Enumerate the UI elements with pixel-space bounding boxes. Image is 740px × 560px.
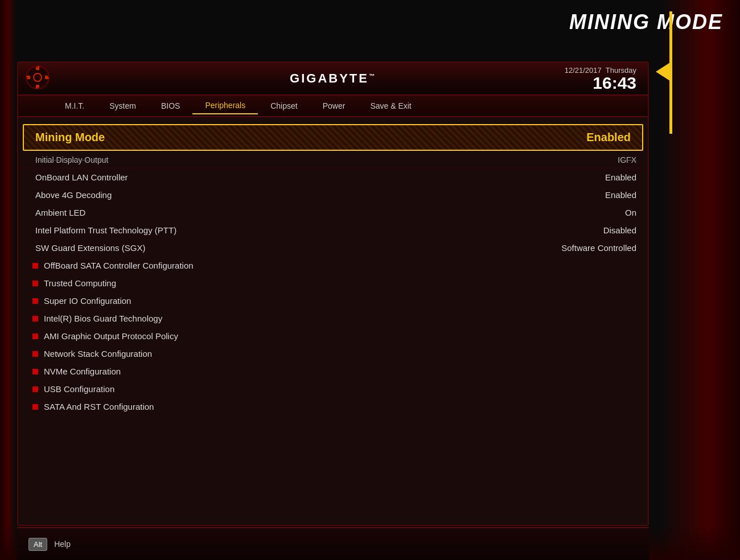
right-edge-decoration bbox=[660, 0, 740, 560]
yellow-arrow-decoration bbox=[656, 61, 672, 82]
ambient-led-value: On bbox=[625, 208, 636, 217]
onboard-lan-row[interactable]: OnBoard LAN Controller Enabled bbox=[18, 168, 648, 186]
datetime-display: 12/21/2017 Thursday 16:43 bbox=[565, 66, 636, 92]
red-bullet-icon bbox=[32, 404, 38, 410]
initial-display-row[interactable]: Initial Display Output IGFX bbox=[18, 152, 648, 168]
nvme-config-row[interactable]: NVMe Configuration bbox=[18, 363, 648, 380]
tab-save-exit[interactable]: Save & Exit bbox=[357, 98, 424, 114]
ami-graphic-label: AMI Graphic Output Protocol Policy bbox=[44, 331, 178, 341]
initial-display-label: Initial Display Output bbox=[35, 155, 108, 164]
above4g-row[interactable]: Above 4G Decoding Enabled bbox=[18, 186, 648, 204]
above4g-value: Enabled bbox=[605, 190, 636, 200]
nvme-config-label: NVMe Configuration bbox=[44, 367, 121, 376]
ptt-value: Disabled bbox=[603, 225, 636, 235]
red-bullet-icon bbox=[32, 316, 38, 322]
initial-display-value: IGFX bbox=[618, 155, 636, 164]
offboard-sata-row[interactable]: OffBoard SATA Controller Configuration bbox=[18, 257, 648, 274]
sata-rst-label: SATA And RST Configuration bbox=[44, 402, 154, 411]
red-bullet-icon bbox=[32, 351, 38, 357]
mining-mode-row[interactable]: Mining Mode Enabled bbox=[23, 124, 643, 151]
tab-peripherals[interactable]: Peripherals bbox=[192, 97, 258, 114]
gigabyte-logo: GIGABYTE™ bbox=[290, 71, 376, 86]
red-bullet-icon bbox=[32, 333, 38, 339]
svg-point-1 bbox=[34, 73, 42, 81]
trusted-computing-label: Trusted Computing bbox=[44, 278, 116, 288]
sgx-row[interactable]: SW Guard Extensions (SGX) Software Contr… bbox=[18, 239, 648, 257]
intel-bios-guard-row[interactable]: Intel(R) Bios Guard Technology bbox=[18, 310, 648, 327]
red-bullet-icon bbox=[32, 369, 38, 374]
red-bullet-icon bbox=[32, 281, 38, 286]
content-area: Mining Mode Enabled Initial Display Outp… bbox=[18, 117, 648, 422]
tab-power[interactable]: Power bbox=[310, 98, 358, 114]
trusted-computing-row[interactable]: Trusted Computing bbox=[18, 274, 648, 292]
tab-chipset[interactable]: Chipset bbox=[258, 98, 310, 114]
sgx-label: SW Guard Extensions (SGX) bbox=[35, 243, 145, 253]
offboard-sata-label: OffBoard SATA Controller Configuration bbox=[44, 261, 194, 270]
ambient-led-label: Ambient LED bbox=[35, 208, 85, 217]
ptt-row[interactable]: Intel Platform Trust Technology (PTT) Di… bbox=[18, 221, 648, 239]
tab-mit[interactable]: M.I.T. bbox=[52, 98, 97, 114]
mining-mode-label: Mining Mode bbox=[35, 131, 105, 144]
ambient-led-row[interactable]: Ambient LED On bbox=[18, 204, 648, 221]
sgx-value: Software Controlled bbox=[561, 243, 636, 253]
tab-bios[interactable]: BIOS bbox=[149, 98, 192, 114]
network-stack-row[interactable]: Network Stack Configuration bbox=[18, 345, 648, 363]
sata-rst-row[interactable]: SATA And RST Configuration bbox=[18, 398, 648, 415]
tab-system[interactable]: System bbox=[97, 98, 149, 114]
bottom-bar: Alt Help bbox=[17, 527, 649, 560]
ami-graphic-row[interactable]: AMI Graphic Output Protocol Policy bbox=[18, 327, 648, 345]
mining-mode-value: Enabled bbox=[586, 131, 631, 144]
time-display: 16:43 bbox=[565, 75, 636, 92]
gear-icon bbox=[25, 65, 50, 90]
intel-bios-guard-label: Intel(R) Bios Guard Technology bbox=[44, 314, 162, 323]
page-title: MINING MODE bbox=[569, 10, 723, 34]
gear-area bbox=[25, 65, 50, 92]
red-bullet-icon bbox=[32, 386, 38, 392]
nav-tabs: M.I.T. System BIOS Peripherals Chipset P… bbox=[18, 96, 648, 117]
help-text: Help bbox=[54, 540, 71, 549]
network-stack-label: Network Stack Configuration bbox=[44, 349, 152, 359]
usb-config-label: USB Configuration bbox=[44, 384, 114, 394]
bios-panel: GIGABYTE™ 12/21/2017 Thursday 16:43 M.I.… bbox=[17, 61, 649, 526]
above4g-label: Above 4G Decoding bbox=[35, 190, 112, 200]
alt-key-badge: Alt bbox=[28, 538, 47, 551]
ptt-label: Intel Platform Trust Technology (PTT) bbox=[35, 225, 176, 235]
super-io-label: Super IO Configuration bbox=[44, 296, 131, 306]
left-edge-decoration bbox=[0, 0, 16, 560]
onboard-lan-label: OnBoard LAN Controller bbox=[35, 172, 128, 182]
usb-config-row[interactable]: USB Configuration bbox=[18, 380, 648, 398]
super-io-row[interactable]: Super IO Configuration bbox=[18, 292, 648, 310]
red-bullet-icon bbox=[32, 298, 38, 304]
bios-header: GIGABYTE™ 12/21/2017 Thursday 16:43 bbox=[18, 63, 648, 96]
red-bullet-icon bbox=[32, 263, 38, 269]
onboard-lan-value: Enabled bbox=[605, 172, 636, 182]
